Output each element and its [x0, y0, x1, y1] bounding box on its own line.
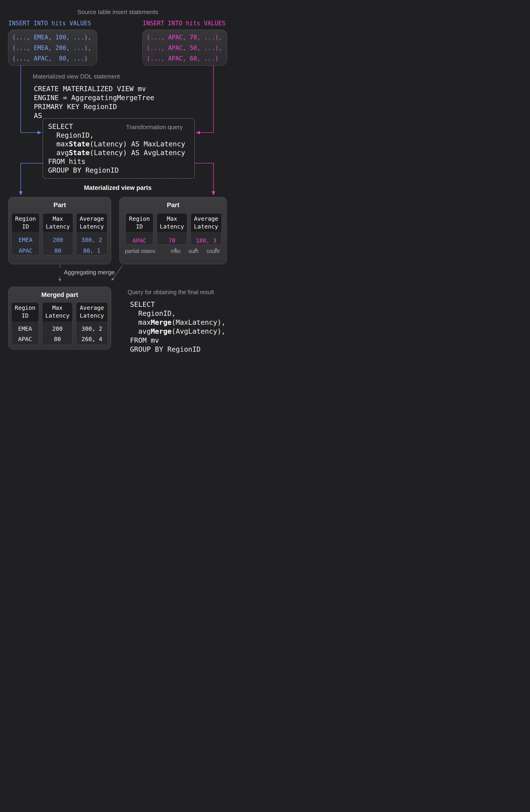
cell-value: 180, 3 — [191, 235, 222, 245]
code-line: (..., APAC, 70, ...), — [147, 32, 227, 43]
column-header-line: ID — [12, 312, 39, 320]
cell-value: 80 — [42, 334, 72, 344]
code-line: (..., APAC, 50, ...), — [147, 43, 227, 53]
column-header-line: Region — [126, 215, 153, 223]
part-left-columns: RegionIDEMEAAPACMaxLatency20080AverageLa… — [12, 213, 107, 255]
column-header-line: Latency — [157, 223, 187, 231]
column-header-line: Region — [12, 304, 39, 312]
insert-right-rows: (..., APAC, 70, ...),(..., APAC, 50, ...… — [143, 30, 227, 64]
parts-heading: Materialized view parts — [0, 184, 236, 191]
part-column-header: MaxLatency — [43, 213, 73, 232]
column-header-line: Average — [76, 215, 107, 223]
column-header-line: Latency — [76, 312, 108, 320]
part-column-values: 70 — [157, 232, 187, 245]
partial-state-max: max — [171, 248, 180, 254]
source-inserts-heading: Source table insert statements — [0, 9, 236, 16]
cell-value: APAC — [126, 235, 153, 245]
column-header-line: Latency — [76, 223, 107, 231]
cell-value: APAC — [12, 334, 39, 344]
part-right-columns: RegionIDAPACMaxLatency70AverageLatency18… — [126, 213, 222, 245]
code-line: ENGINE = AggregatingMergeTree — [34, 93, 154, 102]
part-column: AverageLatency300, 2260, 4 — [76, 302, 108, 345]
partial-state-sum: sum — [188, 248, 198, 254]
column-header-line: Region — [12, 215, 39, 223]
column-header-line: ID — [12, 223, 39, 231]
part-column-values: EMEAAPAC — [12, 321, 39, 345]
part-column-header: AverageLatency — [191, 213, 222, 232]
code-line: CREATE MATERIALIZED VIEW mv — [34, 84, 154, 93]
part-box-right: Part RegionIDAPACMaxLatency70AverageLate… — [119, 197, 227, 264]
code-line: SELECT — [130, 300, 225, 309]
part-column-header: RegionID — [12, 302, 39, 321]
cell-value: 70 — [157, 235, 187, 245]
part-column-header: AverageLatency — [76, 213, 107, 232]
part-column-header: RegionID — [126, 213, 153, 232]
final-query-code-block: SELECT RegionID, maxMerge(MaxLatency), a… — [130, 300, 225, 354]
magenta-insert-to-query-arrow — [197, 66, 214, 133]
column-header-line: Average — [191, 215, 222, 223]
merged-part-title: Merged part — [9, 291, 111, 299]
column-header-line: Latency — [43, 223, 73, 231]
part-column-header: RegionID — [12, 213, 39, 232]
part-column-values: 20080 — [43, 232, 73, 255]
cell-value: 300, 2 — [76, 323, 108, 334]
cell-value: EMEA — [12, 323, 39, 334]
code-line: avgState(Latency) AS AvgLatency — [48, 148, 185, 157]
final-query-heading: Query for obtaining the final result — [128, 289, 214, 295]
part-column-values: 20080 — [42, 321, 72, 345]
code-line: (..., APAC, 60, ...) — [147, 53, 227, 64]
cell-value: 80, 1 — [76, 245, 107, 255]
merged-part-columns: RegionIDEMEAAPACMaxLatency20080AverageLa… — [11, 302, 108, 345]
part-column: MaxLatency70 — [157, 213, 187, 245]
part-left-title: Part — [9, 201, 111, 209]
code-line: FROM hits — [48, 157, 185, 166]
code-line: (..., EMEA, 100, ...), — [12, 32, 97, 43]
insert-left-rows: (..., EMEA, 100, ...),(..., EMEA, 200, .… — [8, 30, 97, 64]
part-column-values: 180, 3 — [191, 232, 222, 245]
code-line: RegionID, — [130, 309, 225, 318]
code-line: GROUP BY RegionID — [130, 345, 225, 354]
part-column: AverageLatency180, 3 — [190, 213, 222, 245]
part-column-values: 300, 280, 1 — [76, 232, 107, 255]
cell-value: 80 — [43, 245, 73, 255]
part-column: MaxLatency20080 — [43, 213, 73, 255]
cell-value: 260, 4 — [76, 334, 108, 344]
part-column: MaxLatency20080 — [42, 302, 73, 345]
code-line: (..., APAC, 80, ...) — [12, 53, 97, 64]
column-header-line: Average — [76, 304, 108, 312]
column-header-line: Latency — [42, 312, 72, 320]
insert-right-header: INSERT INTO hits VALUES — [143, 20, 225, 27]
part-column-values: EMEAAPAC — [12, 232, 39, 255]
code-line: avgMerge(AvgLatency), — [130, 327, 225, 336]
column-header-line: Max — [43, 215, 73, 223]
partial-states-label: partial states: — [125, 248, 157, 254]
column-header-line: ID — [126, 223, 153, 231]
part-column-header: AverageLatency — [76, 302, 108, 321]
part-column-header: MaxLatency — [42, 302, 72, 321]
part-column-values: 300, 2260, 4 — [76, 321, 108, 345]
code-line: (..., EMEA, 200, ...), — [12, 43, 97, 53]
part-column: AverageLatency300, 280, 1 — [76, 213, 107, 255]
partial-state-count: count — [207, 248, 219, 254]
part-column-values: APAC — [126, 232, 153, 245]
part-column-header: MaxLatency — [157, 213, 187, 232]
cell-value: 200 — [43, 234, 73, 245]
code-line: maxState(Latency) AS MaxLatency — [48, 140, 185, 148]
aggregating-merge-label: Aggregating merge — [61, 269, 118, 276]
code-line: RegionID, — [48, 131, 185, 140]
part-column: RegionIDAPAC — [126, 213, 153, 245]
cell-value: EMEA — [12, 234, 39, 245]
part-column: RegionIDEMEAAPAC — [12, 213, 40, 255]
ddl-code-block: CREATE MATERIALIZED VIEW mvENGINE = Aggr… — [34, 84, 154, 120]
insert-left-header: INSERT INTO hits VALUES — [8, 20, 91, 27]
insert-right-values-card: (..., APAC, 70, ...),(..., APAC, 50, ...… — [143, 30, 227, 66]
insert-left-values-card: (..., EMEA, 100, ...),(..., EMEA, 200, .… — [8, 30, 97, 66]
code-line: PRIMARY KEY RegionID — [34, 102, 154, 111]
ddl-heading: Materialized view DDL statement — [33, 73, 120, 80]
code-line: maxMerge(MaxLatency), — [130, 318, 225, 327]
code-line: GROUP BY RegionID — [48, 166, 185, 175]
cell-value: 300, 2 — [76, 234, 107, 245]
materialized-view-diagram: Source table insert statements Materiali… — [0, 0, 236, 361]
column-header-line: Max — [42, 304, 72, 312]
merged-part-box: Merged part RegionIDEMEAAPACMaxLatency20… — [8, 287, 111, 349]
